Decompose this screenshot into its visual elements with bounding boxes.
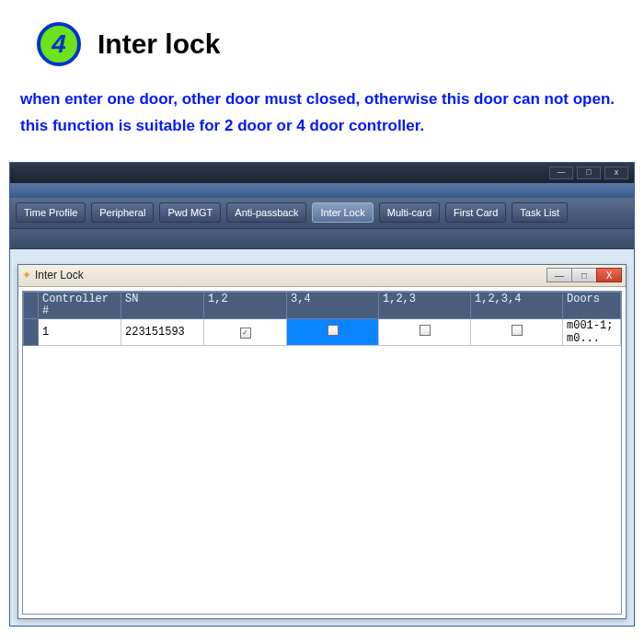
checkbox-123[interactable] [420,325,431,336]
toolbar-shelf [10,229,634,249]
checkbox-1234[interactable] [512,325,523,336]
bolt-icon: ✦ [22,269,31,282]
cell-controller[interactable]: 1 [39,319,121,346]
col-doors[interactable]: Doors [563,292,621,318]
app-minimize-button[interactable]: — [549,167,573,179]
cell-1234[interactable] [471,319,563,346]
main-toolbar: Time Profile Peripheral Pwd MGT Anti-pas… [10,198,634,229]
cell-34[interactable] [287,319,379,346]
tab-first-card[interactable]: First Card [445,202,506,223]
cell-123[interactable] [379,319,471,346]
tab-multi-card[interactable]: Multi-card [379,202,440,223]
cell-sn[interactable]: 223151593 [121,319,204,346]
interlock-dialog: ✦ Inter Lock — □ X Controller# S [17,264,627,619]
app-window: — □ x Time Profile Peripheral Pwd MGT An… [9,162,635,627]
hero-description: when enter one door, other door must clo… [20,86,616,140]
tab-pwd-mgt[interactable]: Pwd MGT [159,202,221,223]
interlock-grid[interactable]: Controller# SN 1,2 3,4 1,2,3 1,2,3,4 Doo… [23,292,621,346]
col-1234[interactable]: 1,2,3,4 [471,292,563,318]
grid-container: Controller# SN 1,2 3,4 1,2,3 1,2,3,4 Doo… [22,291,622,615]
dialog-minimize-button[interactable]: — [546,268,572,282]
dialog-close-button[interactable]: X [596,268,622,282]
hero-title: Inter lock [98,29,220,60]
app-close-button[interactable]: x [604,167,628,179]
col-controller[interactable]: Controller# [39,292,121,318]
col-34[interactable]: 3,4 [287,292,379,318]
tab-inter-lock[interactable]: Inter Lock [312,202,373,223]
cell-doors[interactable]: m001-1; m0... [563,319,621,346]
dialog-title: Inter Lock [35,269,547,282]
dialog-maximize-button[interactable]: □ [571,268,597,282]
checkbox-34[interactable] [328,325,339,336]
dialog-body: Controller# SN 1,2 3,4 1,2,3 1,2,3,4 Doo… [18,287,626,618]
tab-task-list[interactable]: Task List [512,202,568,223]
step-number-badge: 4 [37,22,81,66]
col-123[interactable]: 1,2,3 [379,292,471,318]
hero-section: 4 Inter lock when enter one door, other … [0,0,644,149]
dialog-titlebar[interactable]: ✦ Inter Lock — □ X [18,265,626,287]
row-selector[interactable] [24,319,39,346]
workarea: ✦ Inter Lock — □ X Controller# S [10,249,634,626]
cell-12[interactable]: ✓ [204,319,287,346]
tab-time-profile[interactable]: Time Profile [16,202,86,223]
tab-anti-passback[interactable]: Anti-passback [226,202,306,223]
app-maximize-button[interactable]: □ [577,167,601,179]
app-menubar [10,183,634,198]
grid-rowheader-blank [24,292,39,318]
tab-peripheral[interactable]: Peripheral [91,202,154,223]
app-titlebar: — □ x [10,163,634,183]
col-sn[interactable]: SN [121,292,204,318]
checkbox-12[interactable]: ✓ [240,328,251,339]
table-row[interactable]: 1 223151593 ✓ m001-1; m0... [24,319,621,346]
grid-header-row: Controller# SN 1,2 3,4 1,2,3 1,2,3,4 Doo… [24,292,621,318]
col-12[interactable]: 1,2 [204,292,287,318]
